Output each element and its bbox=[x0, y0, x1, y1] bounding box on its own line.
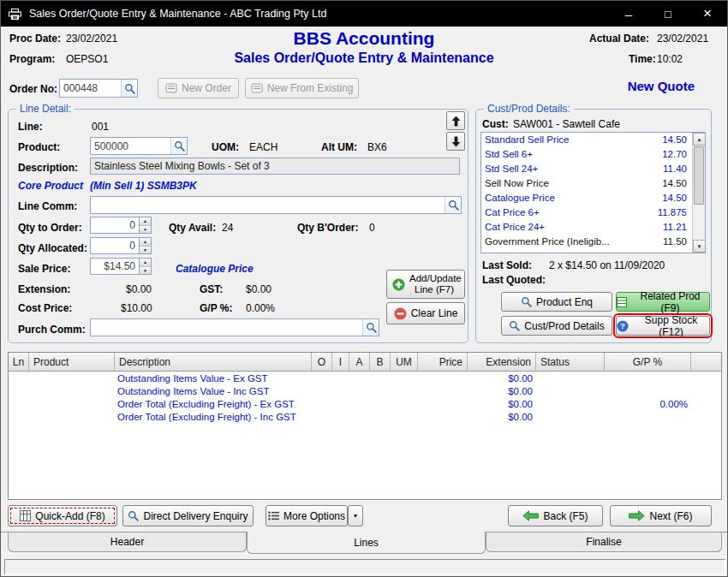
app-subtitle: Sales Order/Quote Entry & Maintenance bbox=[1, 51, 727, 66]
more-options-dropdown-button[interactable]: ▼ bbox=[348, 505, 363, 526]
purch-comm-search-icon[interactable] bbox=[362, 319, 379, 336]
qty-border-value: 0 bbox=[369, 222, 375, 234]
add-update-line-button[interactable]: Add/Update Line (F7) bbox=[386, 270, 465, 299]
scroll-down-icon[interactable]: ▼ bbox=[693, 240, 706, 253]
line-down-button[interactable] bbox=[446, 132, 465, 151]
quick-add-label: Quick-Add (F8) bbox=[35, 510, 104, 522]
title-bar: Sales Order/Quote Entry & Maintenance - … bbox=[1, 1, 727, 27]
product-search-icon[interactable] bbox=[170, 138, 187, 154]
order-no-input[interactable] bbox=[60, 80, 121, 97]
quick-add-button[interactable]: Quick-Add (F8) bbox=[8, 505, 117, 526]
price-value: 12.70 bbox=[662, 149, 687, 159]
maximize-button[interactable]: □ bbox=[648, 1, 688, 27]
product-field[interactable] bbox=[90, 137, 188, 155]
cost-price-label: Cost Price: bbox=[18, 302, 72, 314]
price-list-item[interactable]: Future Cost10.00 bbox=[481, 249, 705, 253]
spin-down-icon: ▼ bbox=[140, 226, 151, 234]
row-gp: 0.00% bbox=[605, 399, 688, 409]
summary-row: Outstanding Items Value - Inc GST $0.00 bbox=[9, 386, 721, 399]
price-label: Cat Price 6+ bbox=[485, 207, 540, 217]
order-no-field[interactable] bbox=[59, 79, 138, 98]
qty-allocated-input[interactable] bbox=[91, 238, 139, 253]
related-prod-button[interactable]: Related Prod (F9) bbox=[616, 292, 710, 312]
tab-finalise-label: Finalise bbox=[586, 536, 621, 548]
order-mode-badge: New Quote bbox=[628, 79, 695, 93]
close-button[interactable]: × bbox=[688, 1, 727, 27]
row-extension: $0.00 bbox=[468, 412, 533, 422]
minimize-button[interactable]: – bbox=[609, 1, 648, 27]
sale-price-input[interactable] bbox=[91, 259, 139, 274]
product-input[interactable] bbox=[91, 138, 170, 154]
alt-um-label: Alt UM: bbox=[321, 141, 357, 153]
clear-line-button[interactable]: Clear Line bbox=[386, 302, 465, 324]
gp-label: G/P %: bbox=[200, 302, 232, 314]
related-products-icon bbox=[617, 297, 627, 307]
price-list-scrollbar[interactable]: ▲ ▼ bbox=[692, 133, 705, 253]
sale-price-stepper[interactable]: ▲▼ bbox=[139, 259, 151, 274]
price-label: Government Price (Ineligib... bbox=[485, 236, 610, 247]
supp-stock-button[interactable]: ? Supp Stock (F12) bbox=[616, 316, 710, 336]
column-header-description: Description bbox=[115, 353, 312, 371]
line-comm-search-icon[interactable] bbox=[445, 197, 461, 213]
row-extension: $0.00 bbox=[468, 399, 533, 409]
next-button[interactable]: Next (F6) bbox=[610, 505, 712, 526]
tab-finalise[interactable]: Finalise bbox=[486, 532, 722, 552]
back-button[interactable]: Back (F5) bbox=[508, 505, 603, 526]
qty-to-order-stepper[interactable]: ▲▼ bbox=[139, 217, 151, 233]
price-list-item[interactable]: Std Sell 6+12.70 bbox=[481, 147, 705, 162]
back-label: Back (F5) bbox=[543, 510, 588, 522]
price-source-note: Catalogue Price bbox=[176, 263, 254, 275]
tab-lines[interactable]: Lines bbox=[247, 532, 486, 554]
qty-to-order-field[interactable]: ▲▼ bbox=[90, 217, 152, 234]
new-order-button[interactable]: New Order bbox=[158, 78, 239, 98]
price-list-item[interactable]: Cat Price 6+11.875 bbox=[481, 205, 705, 220]
price-list: Standard Sell Price14.50 Std Sell 6+12.7… bbox=[480, 132, 706, 253]
line-comm-input[interactable] bbox=[91, 197, 445, 213]
scrollbar-thumb[interactable] bbox=[694, 146, 704, 205]
purch-comm-input[interactable] bbox=[91, 319, 362, 336]
sale-price-label: Sale Price: bbox=[18, 263, 70, 275]
qty-avail-value: 24 bbox=[222, 222, 233, 234]
price-list-item[interactable]: Catalogue Price14.50 bbox=[481, 191, 705, 205]
product-label: Product: bbox=[18, 141, 60, 153]
line-comm-label: Line Comm: bbox=[18, 200, 77, 212]
purch-comm-field[interactable] bbox=[90, 318, 379, 336]
sale-price-field[interactable]: ▲▼ bbox=[90, 258, 152, 275]
price-list-item[interactable]: Government Price (Ineligib...11.50 bbox=[481, 235, 705, 249]
cust-value: SAW001 - Sawtell Cafe bbox=[513, 118, 620, 130]
more-options-button[interactable]: More Options bbox=[266, 505, 348, 526]
qty-to-order-input[interactable] bbox=[91, 217, 139, 233]
price-value: 11.875 bbox=[658, 207, 687, 217]
qty-allocated-stepper[interactable]: ▲▼ bbox=[139, 238, 151, 253]
qty-allocated-field[interactable]: ▲▼ bbox=[90, 237, 152, 254]
price-value: 11.40 bbox=[663, 164, 687, 174]
price-list-item[interactable]: Cat Price 24+11.21 bbox=[481, 220, 705, 235]
form-icon bbox=[165, 83, 177, 93]
description-input[interactable] bbox=[91, 158, 459, 174]
price-value: 14.50 bbox=[662, 134, 687, 145]
tab-header[interactable]: Header bbox=[8, 532, 247, 552]
gst-value: $0.00 bbox=[246, 283, 272, 295]
order-search-icon[interactable] bbox=[121, 80, 137, 97]
last-sold-value: 2 x $14.50 on 11/09/2020 bbox=[549, 259, 665, 271]
price-list-item[interactable]: Std Sell 24+11.40 bbox=[481, 162, 705, 176]
line-comm-field[interactable] bbox=[90, 196, 462, 214]
gp-value: 0.00% bbox=[246, 302, 275, 314]
line-up-button[interactable] bbox=[446, 111, 465, 130]
price-label: Std Sell 24+ bbox=[485, 164, 538, 174]
new-from-existing-button[interactable]: New From Existing bbox=[245, 78, 359, 98]
new-order-label: New Order bbox=[182, 82, 231, 94]
price-list-item[interactable]: Standard Sell Price14.50 bbox=[481, 133, 705, 147]
description-field[interactable] bbox=[90, 158, 460, 175]
list-icon bbox=[268, 511, 279, 520]
tab-lines-label: Lines bbox=[354, 537, 379, 549]
product-enq-label: Product Enq bbox=[536, 296, 593, 308]
spin-up-icon: ▲ bbox=[140, 238, 151, 247]
cust-prod-details-button[interactable]: Cust/Prod Details bbox=[501, 316, 612, 336]
scroll-up-icon[interactable]: ▲ bbox=[693, 133, 706, 146]
green-left-arrow-icon bbox=[522, 510, 539, 521]
product-enq-button[interactable]: Product Enq bbox=[501, 292, 612, 312]
direct-delivery-button[interactable]: Direct Delivery Enquiry bbox=[122, 505, 254, 526]
price-list-item[interactable]: Sell Now Price14.50 bbox=[481, 176, 705, 191]
price-value: 11.21 bbox=[663, 222, 687, 232]
